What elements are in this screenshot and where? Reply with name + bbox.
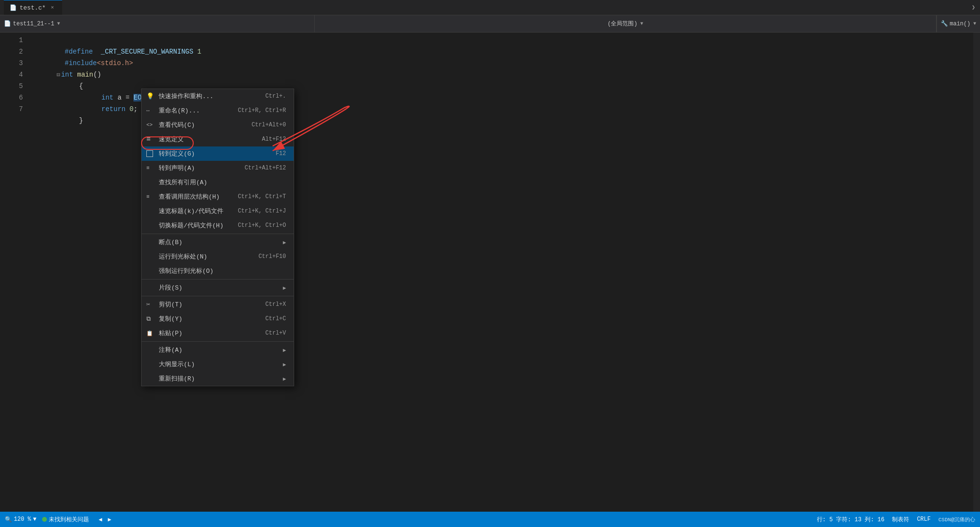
menu-item-peek-def[interactable]: ≡ 速览定义 Alt+F12: [142, 132, 294, 146]
separator-1: [142, 234, 294, 234]
status-zoom[interactable]: 🔍 120 % ▼: [5, 516, 36, 523]
toolbar-function-label: main(): [950, 21, 970, 27]
line-num-5: 5: [0, 80, 23, 92]
menu-shortcut-view-code: Ctrl+Alt+0: [252, 122, 286, 128]
menu-item-run-cursor[interactable]: 运行到光标处(N) Ctrl+F10: [142, 249, 294, 264]
zoom-icon: 🔍: [5, 516, 12, 523]
menu-item-cut[interactable]: ✂ 剪切(T) Ctrl+X: [142, 297, 294, 312]
menu-shortcut-rename: Ctrl+R, Ctrl+R: [238, 107, 286, 114]
menu-item-toggle-tag[interactable]: 切换标题/代码文件(H) Ctrl+K, Ctrl+O: [142, 218, 294, 233]
menu-item-rename[interactable]: ↔ 重命名(R)... Ctrl+R, Ctrl+R: [142, 103, 294, 118]
file-tab[interactable]: 📄 test.c* ×: [4, 0, 62, 15]
toolbar: 📄 test11_21--1 ▼ (全局范围) ▼ 🔧 main() ▼: [0, 15, 980, 33]
goto-decl-icon: ≡: [146, 165, 150, 171]
copy-icon: ⧉: [146, 315, 151, 323]
line-num-4: 4: [0, 69, 23, 80]
tab-close-button[interactable]: ×: [49, 4, 56, 11]
menu-label-peek-def: 速览定义: [159, 135, 251, 144]
menu-shortcut-peek-def: Alt+F12: [262, 136, 286, 143]
menu-label-breakpoint: 断点(B): [159, 238, 283, 247]
line-num-3: 3: [0, 57, 23, 69]
file-icon: 📄: [10, 4, 17, 11]
title-bar: 📄 test.c* × ❯: [0, 0, 980, 15]
menu-shortcut-paste: Ctrl+V: [265, 330, 286, 336]
peek-def-icon: ≡: [146, 135, 151, 144]
menu-item-breakpoint[interactable]: 断点(B) ▶: [142, 235, 294, 249]
menu-label-find-refs: 查找所有引用(A): [159, 178, 286, 187]
menu-label-call-hier: 查看调用层次结构(H): [159, 192, 226, 201]
menu-label-copy: 复制(Y): [159, 314, 254, 323]
vertical-scrollbar[interactable]: [973, 33, 980, 512]
watermark: CSDN@沉痛的心: [938, 516, 975, 523]
menu-item-find-refs[interactable]: 查找所有引用(A): [142, 175, 294, 190]
line-num-7: 7: [0, 103, 23, 115]
breakpoint-arrow: ▶: [283, 239, 286, 246]
scroll-right-btn[interactable]: ▶: [108, 516, 111, 523]
function-icon: 🔧: [941, 20, 948, 27]
menu-item-browse-tag[interactable]: 速览标题(k)/代码文件 Ctrl+K, Ctrl+J: [142, 204, 294, 218]
goto-def-icon: [146, 150, 153, 157]
menu-shortcut-copy: Ctrl+C: [265, 315, 286, 322]
toolbar-scope-label: (全局范围): [607, 20, 637, 28]
menu-shortcut-call-hier: Ctrl+K, Ctrl+T: [238, 193, 286, 200]
zoom-value: 120 %: [14, 516, 31, 523]
line-num-1: 1: [0, 34, 23, 46]
tab-filename: test.c*: [20, 4, 46, 11]
menu-item-rescan[interactable]: 重新扫描(R) ▶: [142, 371, 294, 386]
menu-label-cut: 剪切(T): [159, 300, 254, 309]
call-hier-icon: ≡: [146, 194, 150, 200]
menu-label-run-cursor: 运行到光标处(N): [159, 252, 247, 261]
encoding[interactable]: 制表符: [892, 516, 909, 524]
code-line-3: ⊟int main(): [33, 57, 973, 69]
menu-item-goto-def[interactable]: 转到定义(G) F12: [142, 146, 294, 161]
toolbar-file-section[interactable]: 📄 test11_21--1 ▼: [0, 15, 315, 32]
scroll-left-btn[interactable]: ◀: [99, 516, 102, 523]
toolbar-filename: test11_21--1: [13, 21, 54, 27]
health-text: 未找到相关问题: [49, 516, 89, 524]
rename-icon: ↔: [146, 108, 150, 113]
separator-3: [142, 296, 294, 296]
title-bar-right: ❯: [969, 0, 978, 15]
line-num-6: 6: [0, 92, 23, 103]
toolbar-file-dropdown[interactable]: ▼: [57, 21, 60, 26]
menu-shortcut-cut: Ctrl+X: [265, 301, 286, 308]
menu-item-outline[interactable]: 大纲显示(L) ▶: [142, 357, 294, 371]
status-bar: 🔍 120 % ▼ 未找到相关问题 ◀ ▶ 行: 5 字符: 13 列: 16 …: [0, 512, 980, 527]
menu-label-quick-action: 快速操作和重构...: [159, 92, 254, 101]
status-right: 行: 5 字符: 13 列: 16 制表符 CRLF CSDN@沉痛的心: [817, 516, 975, 524]
menu-item-goto-decl[interactable]: ≡ 转到声明(A) Ctrl+Alt+F12: [142, 161, 294, 175]
paste-icon: 📋: [146, 330, 153, 336]
menu-shortcut-quick-action: Ctrl+.: [265, 93, 286, 100]
menu-item-comment[interactable]: 注释(A) ▶: [142, 343, 294, 357]
menu-item-quick-action[interactable]: 💡 快速操作和重构... Ctrl+.: [142, 89, 294, 103]
menu-item-force-run[interactable]: 强制运行到光标(O): [142, 264, 294, 278]
line-ending[interactable]: CRLF: [917, 516, 931, 523]
scroll-tabs-right[interactable]: ❯: [969, 4, 978, 11]
menu-item-view-code[interactable]: <> 查看代码(C) Ctrl+Alt+0: [142, 118, 294, 132]
health-dot: [42, 517, 47, 522]
status-health: 未找到相关问题: [42, 516, 89, 524]
menu-label-goto-decl: 转到声明(A): [159, 164, 233, 172]
toolbar-scope-dropdown[interactable]: ▼: [640, 21, 643, 26]
menu-shortcut-browse-tag: Ctrl+K, Ctrl+J: [238, 208, 286, 214]
collapse-icon-3[interactable]: ⊟: [56, 69, 60, 81]
file-toolbar-icon: 📄: [4, 20, 11, 27]
zoom-dropdown-icon: ▼: [33, 516, 36, 523]
line-num-2: 2: [0, 46, 23, 57]
menu-label-toggle-tag: 切换标题/代码文件(H): [159, 221, 226, 230]
menu-label-paste: 粘贴(P): [159, 329, 254, 337]
menu-label-rescan: 重新扫描(R): [159, 374, 283, 383]
menu-shortcut-goto-decl: Ctrl+Alt+F12: [245, 165, 286, 171]
menu-label-rename: 重命名(R)...: [159, 106, 226, 115]
menu-shortcut-toggle-tag: Ctrl+K, Ctrl+O: [238, 222, 286, 229]
toolbar-scope-section[interactable]: (全局范围) ▼: [315, 15, 936, 32]
menu-item-call-hier[interactable]: ≡ 查看调用层次结构(H) Ctrl+K, Ctrl+T: [142, 190, 294, 204]
code-line-1: #define _CRT_SECURE_NO_WARNINGS 1: [33, 34, 973, 46]
toolbar-function-dropdown[interactable]: ▼: [973, 21, 976, 26]
menu-item-snippet[interactable]: 片段(S) ▶: [142, 280, 294, 295]
menu-item-copy[interactable]: ⧉ 复制(Y) Ctrl+C: [142, 312, 294, 326]
menu-label-comment: 注释(A): [159, 346, 283, 354]
menu-item-paste[interactable]: 📋 粘贴(P) Ctrl+V: [142, 326, 294, 340]
toolbar-function-section[interactable]: 🔧 main() ▼: [936, 15, 980, 32]
separator-2: [142, 279, 294, 280]
